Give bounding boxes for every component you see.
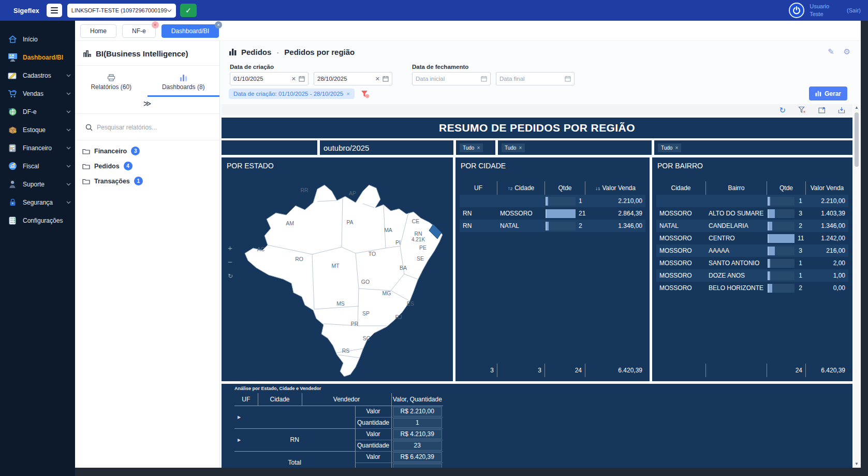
zoom-in-button[interactable]: + xyxy=(228,244,233,252)
table-row[interactable]: 1 2.210,00 xyxy=(656,195,848,207)
tab-nfe[interactable]: NF-e × xyxy=(122,24,156,38)
tab-relatorios[interactable]: Relatórios (60) xyxy=(75,72,148,97)
collapse-panel-button[interactable]: ≫ xyxy=(75,97,219,114)
bi-folder-pedidos[interactable]: Pedidos 4 xyxy=(75,158,219,174)
company-select[interactable]: LINKSOFT-TESTE (10972967000199) xyxy=(67,4,176,18)
clear-filters-funnel-icon[interactable] xyxy=(361,90,369,98)
clear-date-icon[interactable]: ✕ xyxy=(375,76,382,82)
generate-button[interactable]: Gerar xyxy=(809,86,847,100)
slicer-chip[interactable]: Tudo× xyxy=(460,143,483,152)
closing-end-field xyxy=(496,72,575,85)
remove-chip-icon[interactable]: × xyxy=(675,145,678,151)
table-row[interactable]: 1 2.210,00 xyxy=(460,195,645,207)
pivot-table: UF Cidade Vendedor Valor, Quantidade ▶ V… xyxy=(234,393,443,468)
calendar-icon[interactable] xyxy=(481,76,487,82)
menu-toggle-button[interactable] xyxy=(47,4,62,17)
vertical-scrollbar[interactable]: ▲ ▼ xyxy=(854,104,860,468)
fullscreen-icon[interactable] xyxy=(818,106,826,114)
tab-home[interactable]: Home xyxy=(80,24,116,38)
table-header: UF ↑2Cidade Qtde ↓1Valor Venda xyxy=(460,181,645,195)
slicer-cidade: Tudo× xyxy=(498,140,652,155)
open-tabs-bar: Home NF-e × Dashboard/BI × xyxy=(75,21,861,40)
slicer-bairro: Tudo× xyxy=(654,140,852,155)
sidebar-item-seguranca[interactable]: Segurança xyxy=(0,193,75,211)
table-row[interactable]: MOSSOROCENTRO 11 1.242,00 xyxy=(656,232,848,244)
remove-chip-icon[interactable]: × xyxy=(519,145,522,151)
confirm-company-button[interactable]: ✓ xyxy=(180,4,197,17)
bi-folder-financeiro[interactable]: Financeiro 3 xyxy=(75,143,219,158)
table-row[interactable]: MOSSORODOZE ANOS 1 1,00 xyxy=(656,269,848,282)
table-row[interactable]: MOSSOROBELO HORIZONTE 2 0,00 xyxy=(656,282,848,294)
count-badge: 4 xyxy=(124,162,133,170)
zoom-out-button[interactable]: − xyxy=(228,258,233,266)
scroll-up-icon[interactable]: ▲ xyxy=(854,105,860,111)
expand-row-icon[interactable]: ▶ xyxy=(238,438,241,442)
printer-icon xyxy=(75,72,148,81)
slicer-chip[interactable]: Tudo× xyxy=(658,143,681,152)
closing-end-input[interactable] xyxy=(499,76,547,82)
active-filter-chip[interactable]: Data de criação: 01/10/2025 - 28/10/2025… xyxy=(229,89,355,99)
sidebar-item-cadastros[interactable]: Cadastros xyxy=(0,66,75,84)
bi-folder-transacoes[interactable]: Transações 1 xyxy=(75,174,219,189)
table-row[interactable]: MOSSOROALTO DO SUMARE 3 1.403,39 xyxy=(656,207,848,220)
power-icon[interactable] xyxy=(789,3,804,18)
calendar-icon[interactable] xyxy=(382,76,389,82)
sidebar-item-dashboard-bi[interactable]: Dashboard/BI xyxy=(0,48,75,66)
table-row[interactable]: MOSSOROAAAAA 3 216,00 xyxy=(656,244,848,257)
calendar-icon[interactable] xyxy=(565,76,571,82)
sidebar-item-suporte[interactable]: Suporte xyxy=(0,175,75,193)
globe-nf-icon: NF xyxy=(7,107,18,117)
sidebar-item-vendas[interactable]: Vendas xyxy=(0,84,75,103)
box-icon xyxy=(7,125,18,135)
chevron-down-icon xyxy=(66,128,71,132)
sidebar-item-configuracoes[interactable]: Configurações xyxy=(0,211,75,229)
creation-end-input[interactable] xyxy=(317,76,365,82)
clear-filter-icon[interactable] xyxy=(798,106,806,114)
creation-start-input[interactable] xyxy=(233,76,281,82)
search-input[interactable] xyxy=(97,124,209,131)
tab-dashboard-bi[interactable]: Dashboard/BI × xyxy=(161,24,219,38)
report-title: Pedidos·Pedidos por região xyxy=(229,48,355,56)
calendar-icon[interactable] xyxy=(299,76,305,82)
sidebar-item-inicio[interactable]: Início xyxy=(0,30,75,48)
folder-icon xyxy=(82,178,90,184)
slicer-month[interactable]: outubro/2025 xyxy=(320,140,453,155)
refresh-icon[interactable]: ↻ xyxy=(779,106,786,114)
brazil-map[interactable]: RRAPAMPAMACERN4.21KPIPESEACROMTTOBAGOMGE… xyxy=(222,157,453,381)
sidebar-item-financeiro[interactable]: Financeiro xyxy=(0,139,75,157)
report-area: Pedidos·Pedidos por região ✎ ⚙ Data de c… xyxy=(220,40,861,468)
tab-dashboards[interactable]: Dashboards (8) xyxy=(148,72,220,97)
chevron-down-icon xyxy=(66,201,71,204)
edit-pencil-icon[interactable]: ✎ xyxy=(828,47,834,56)
svg-text:RO: RO xyxy=(295,256,303,262)
table-row[interactable]: RN NATAL 2 1.346,00 xyxy=(460,220,645,232)
slicer-chip[interactable]: Tudo× xyxy=(502,143,525,152)
table-row[interactable]: MOSSOROSANTO ANTONIO 1 2,00 xyxy=(656,257,848,269)
slicer-empty[interactable] xyxy=(222,140,317,155)
clear-date-icon[interactable]: ✕ xyxy=(291,76,299,82)
sidebar-item-dfe[interactable]: NF DF-e xyxy=(0,103,75,121)
table-row[interactable]: RN MOSSORO 21 2.864,39 xyxy=(460,207,645,220)
svg-text:MA: MA xyxy=(384,227,392,233)
sidebar-item-estoque[interactable]: Estoque xyxy=(0,121,75,139)
gear-icon[interactable]: ⚙ xyxy=(844,47,850,56)
closing-start-input[interactable] xyxy=(416,76,463,82)
close-tab-icon[interactable]: × xyxy=(152,21,159,28)
svg-text:RN: RN xyxy=(414,230,422,237)
logout-link[interactable]: (Sair) xyxy=(847,7,861,13)
table-row[interactable]: NATALCANDELARIA 2 1.346,00 xyxy=(656,220,848,232)
scroll-down-icon[interactable]: ▼ xyxy=(854,461,860,467)
download-icon[interactable] xyxy=(838,106,845,114)
expand-row-icon[interactable]: ▶ xyxy=(238,415,241,420)
map-reset-icon[interactable]: ↻ xyxy=(228,272,233,280)
close-tab-icon[interactable]: × xyxy=(215,21,222,28)
lock-icon xyxy=(7,197,18,208)
svg-text:PE: PE xyxy=(419,244,426,251)
bar-chart-icon xyxy=(229,48,237,55)
remove-filter-icon[interactable]: × xyxy=(346,91,350,97)
sidebar-item-fiscal[interactable]: Fiscal xyxy=(0,157,75,175)
bars-icon xyxy=(815,91,821,96)
remove-chip-icon[interactable]: × xyxy=(477,145,480,151)
svg-text:PA: PA xyxy=(346,219,353,225)
scrollbar-thumb[interactable] xyxy=(855,112,859,167)
